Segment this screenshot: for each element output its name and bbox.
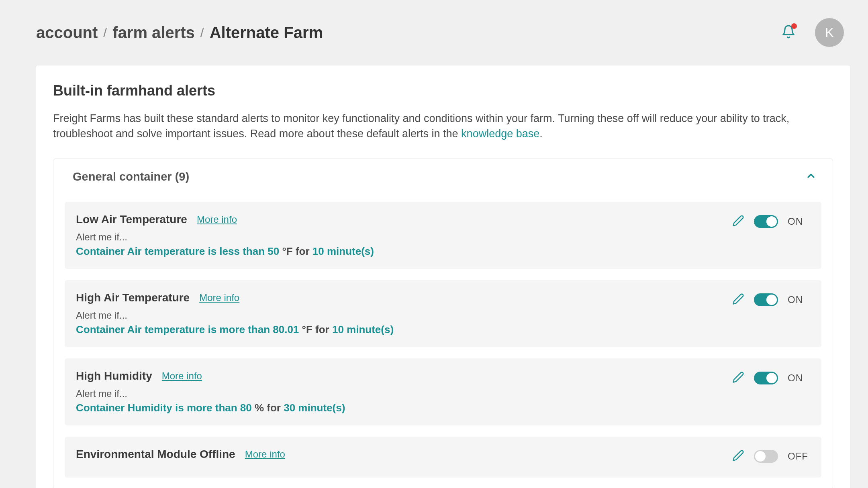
breadcrumb-separator: / [200, 25, 204, 40]
toggle-switch[interactable] [754, 450, 778, 463]
breadcrumb-farm-alerts[interactable]: farm alerts [112, 24, 195, 42]
edit-icon[interactable] [732, 449, 744, 463]
alert-condition: Container Air temperature is less than 5… [76, 245, 732, 258]
alert-me-if-label: Alert me if... [76, 310, 732, 321]
avatar-initial: K [825, 25, 833, 40]
alert-me-if-label: Alert me if... [76, 232, 732, 243]
toggle-label: ON [788, 294, 810, 305]
toggle-switch[interactable] [754, 293, 778, 306]
edit-icon[interactable] [732, 215, 744, 228]
alert-condition: Container Humidity is more than 80 % for… [76, 402, 732, 414]
edit-icon[interactable] [732, 371, 744, 385]
more-info-link[interactable]: More info [162, 370, 202, 382]
more-info-link[interactable]: More info [245, 449, 285, 460]
notifications-button[interactable] [781, 24, 796, 41]
toggle-switch[interactable] [754, 215, 778, 228]
alert-condition: Container Air temperature is more than 8… [76, 323, 732, 336]
alert-title: Environmental Module Offline [76, 448, 235, 461]
toggle-switch[interactable] [754, 372, 778, 384]
toggle-label: OFF [788, 451, 810, 462]
more-info-link[interactable]: More info [197, 214, 237, 225]
avatar[interactable]: K [815, 18, 844, 47]
breadcrumb-account[interactable]: account [36, 24, 98, 42]
content-card: Built-in farmhand alerts Freight Farms h… [36, 65, 850, 488]
alert-title: Low Air Temperature [76, 213, 187, 226]
breadcrumb-separator: / [103, 25, 107, 40]
alert-item: Low Air TemperatureMore infoAlert me if.… [65, 202, 821, 269]
accordion-header[interactable]: General container (9) [53, 159, 833, 195]
edit-icon[interactable] [732, 293, 744, 307]
alert-title: High Air Temperature [76, 291, 190, 304]
page-header: account / farm alerts / Alternate Farm K [18, 0, 868, 65]
toggle-label: ON [788, 372, 810, 384]
alert-item: Environmental Module OfflineMore infoOFF [65, 437, 821, 478]
more-info-link[interactable]: More info [199, 292, 239, 303]
accordion-general-container: General container (9) Low Air Temperatur… [53, 159, 833, 488]
alert-item: High Air TemperatureMore infoAlert me if… [65, 280, 821, 347]
accordion-title: General container (9) [73, 170, 189, 183]
knowledge-base-link[interactable]: knowledge base [461, 128, 539, 140]
section-description: Freight Farms has built these standard a… [53, 111, 833, 142]
toggle-label: ON [788, 216, 810, 227]
alert-item: High HumidityMore infoAlert me if...Cont… [65, 358, 821, 425]
alert-title: High Humidity [76, 370, 152, 382]
bell-icon [781, 33, 796, 40]
chevron-up-icon [805, 170, 817, 183]
breadcrumb-current[interactable]: Alternate Farm [210, 24, 323, 42]
notification-dot [791, 23, 797, 29]
breadcrumb: account / farm alerts / Alternate Farm [36, 24, 323, 42]
section-title: Built-in farmhand alerts [53, 82, 833, 99]
alert-me-if-label: Alert me if... [76, 388, 732, 399]
